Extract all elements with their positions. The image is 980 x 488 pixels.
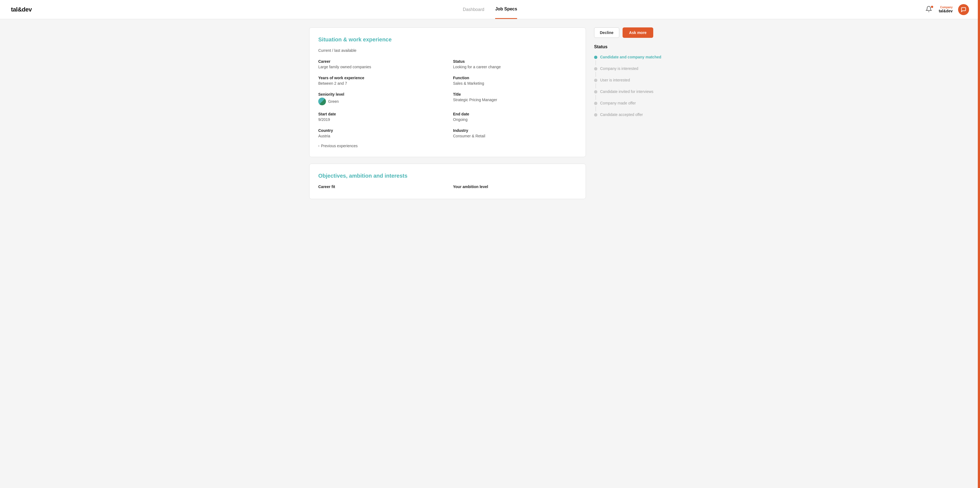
industry-label: Industry xyxy=(453,128,577,133)
status-dot-4 xyxy=(594,102,597,105)
start-date-label: Start date xyxy=(318,112,442,116)
nav-job-specs[interactable]: Job Specs xyxy=(495,0,517,19)
end-date-value: Ongoing xyxy=(453,117,577,122)
status-text-2: User is interested xyxy=(600,78,630,82)
status-list: Candidate and company matched Company is… xyxy=(594,54,671,118)
status-item-2: User is interested xyxy=(594,77,671,83)
notification-bell[interactable] xyxy=(926,6,933,13)
avatar[interactable] xyxy=(958,4,969,15)
sidebar: Decline Ask more Status Candidate and co… xyxy=(594,27,671,199)
section2-grid: Career fit Your ambition level xyxy=(318,185,577,190)
field-career: Career Large family owned companies xyxy=(318,59,442,69)
seniority-value: Green xyxy=(328,99,339,104)
previous-experiences-toggle[interactable]: › Previous experiences xyxy=(318,144,577,148)
career-label: Career xyxy=(318,59,442,64)
field-seniority: Seniority level Green xyxy=(318,92,442,105)
objectives-card: Objectives, ambition and interests Caree… xyxy=(309,164,586,199)
section1-grid: Career Large family owned companies Stat… xyxy=(318,59,577,138)
field-ambition-level: Your ambition level xyxy=(453,185,577,190)
status-section-title: Status xyxy=(594,45,671,49)
status-item-1: Company is interested xyxy=(594,65,671,72)
status-value: Looking for a career change xyxy=(453,65,577,69)
header: tal&dev Dashboard Job Specs Company tal&… xyxy=(0,0,980,19)
right-bar xyxy=(978,0,980,207)
company-label: Company xyxy=(939,6,953,9)
function-label: Function xyxy=(453,76,577,80)
career-fit-label: Career fit xyxy=(318,185,442,189)
section1-sublabel: Current / last available xyxy=(318,48,577,53)
years-value: Between 2 and 7 xyxy=(318,81,442,86)
status-item-3: Candidate invited for interviews xyxy=(594,88,671,95)
status-item-5: Candidate accepted offer xyxy=(594,111,671,118)
career-value: Large family owned companies xyxy=(318,65,442,69)
situation-card: Situation & work experience Current / la… xyxy=(309,27,586,157)
status-line-1 xyxy=(595,72,596,77)
nav-dashboard[interactable]: Dashboard xyxy=(463,0,484,19)
status-item-0: Candidate and company matched xyxy=(594,54,671,60)
previous-experiences-label: Previous experiences xyxy=(321,144,358,148)
industry-value: Consumer & Retail xyxy=(453,134,577,138)
section2-title: Objectives, ambition and interests xyxy=(318,173,577,179)
action-buttons: Decline Ask more xyxy=(594,27,671,38)
chevron-right-icon: › xyxy=(318,144,319,148)
status-dot-3 xyxy=(594,90,597,94)
ambition-level-label: Your ambition level xyxy=(453,185,577,189)
status-line-4 xyxy=(595,106,596,111)
content-area: Situation & work experience Current / la… xyxy=(309,27,586,199)
status-dot-0 xyxy=(594,56,597,59)
status-line-3 xyxy=(595,95,596,100)
country-label: Country xyxy=(318,128,442,133)
title-value: Strategic Pricing Manager xyxy=(453,97,577,102)
field-start-date: Start date 9/2019 xyxy=(318,112,442,122)
field-function: Function Sales & Marketing xyxy=(453,76,577,86)
status-text-5: Candidate accepted offer xyxy=(600,112,643,117)
title-label: Title xyxy=(453,92,577,97)
decline-button[interactable]: Decline xyxy=(594,27,619,38)
notification-dot xyxy=(931,6,933,8)
company-name: tal&dev xyxy=(939,9,953,13)
nav: Dashboard Job Specs xyxy=(463,0,517,19)
function-value: Sales & Marketing xyxy=(453,81,577,86)
status-text-1: Company is interested xyxy=(600,66,638,71)
status-text-0: Candidate and company matched xyxy=(600,55,661,59)
status-text-3: Candidate invited for interviews xyxy=(600,89,654,94)
field-status: Status Looking for a career change xyxy=(453,59,577,69)
field-end-date: End date Ongoing xyxy=(453,112,577,122)
status-dot-2 xyxy=(594,79,597,82)
years-label: Years of work experience xyxy=(318,76,442,80)
ask-more-button[interactable]: Ask more xyxy=(622,27,653,38)
seniority-label: Seniority level xyxy=(318,92,442,97)
end-date-label: End date xyxy=(453,112,577,116)
company-info: Company tal&dev xyxy=(939,6,953,13)
field-country: Country Austria xyxy=(318,128,442,138)
status-dot-1 xyxy=(594,67,597,70)
country-value: Austria xyxy=(318,134,442,138)
status-dot-5 xyxy=(594,113,597,116)
field-industry: Industry Consumer & Retail xyxy=(453,128,577,138)
start-date-value: 9/2019 xyxy=(318,117,442,122)
seniority-circle-icon xyxy=(318,97,326,105)
field-career-fit: Career fit xyxy=(318,185,442,190)
status-text-4: Company made offer xyxy=(600,101,636,105)
main-layout: Situation & work experience Current / la… xyxy=(298,19,682,207)
seniority-badge: Green xyxy=(318,97,442,105)
field-title: Title Strategic Pricing Manager xyxy=(453,92,577,105)
status-line-2 xyxy=(595,83,596,88)
field-years: Years of work experience Between 2 and 7 xyxy=(318,76,442,86)
status-item-4: Company made offer xyxy=(594,100,671,106)
logo: tal&dev xyxy=(11,6,32,13)
status-label: Status xyxy=(453,59,577,64)
section1-title: Situation & work experience xyxy=(318,37,577,43)
status-line-0 xyxy=(595,60,596,65)
header-right: Company tal&dev xyxy=(926,4,969,15)
